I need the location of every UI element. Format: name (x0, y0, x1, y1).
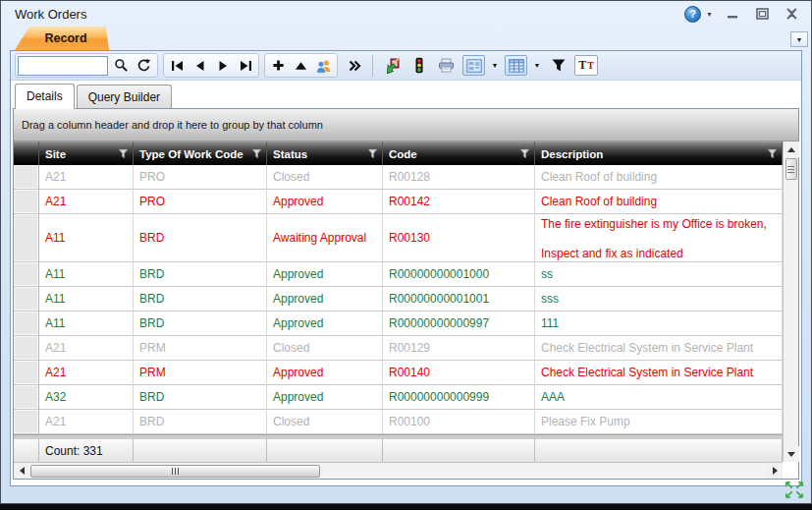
users-icon[interactable] (312, 55, 335, 76)
grid-view-dropdown-icon[interactable]: ▼ (532, 55, 542, 76)
first-record-icon[interactable] (166, 55, 189, 76)
add-record-icon[interactable] (267, 55, 290, 76)
cell-code: R00000000001000 (383, 262, 535, 287)
table-row[interactable]: A11 BRD Awaiting Approval R00130 The fir… (14, 214, 783, 262)
footer-selector-cell (14, 438, 39, 462)
scroll-right-icon[interactable] (767, 463, 783, 479)
collapse-icon[interactable] (290, 55, 312, 76)
column-header-site[interactable]: Site (39, 142, 134, 165)
more-chevron-icon[interactable] (343, 55, 365, 76)
grid-footer: Count: 331 (14, 438, 783, 462)
resize-arrow-icon (785, 490, 793, 499)
filter-funnel-icon[interactable] (118, 148, 129, 161)
print-icon[interactable] (435, 55, 458, 76)
cell-status: Closed (267, 410, 383, 434)
tab-record[interactable]: Record (15, 27, 109, 50)
table-row[interactable]: A21 PRM Closed R00129 Check Electrical S… (14, 336, 783, 361)
cell-type-of-work-code: BRD (134, 410, 267, 434)
grid-header: Site Type Of Work Code Sta (14, 142, 783, 165)
row-selector-cell[interactable] (14, 190, 39, 214)
row-selector-cell[interactable] (14, 262, 39, 287)
cell-status: Awaiting Approval (267, 214, 383, 262)
filter-funnel-icon[interactable] (251, 148, 262, 161)
cell-type-of-work-code: PRO (134, 165, 267, 190)
cell-status: Approved (267, 312, 383, 336)
search-group (15, 53, 158, 78)
row-selector-cell[interactable] (14, 312, 39, 336)
footer-count: Count: 331 (39, 438, 134, 462)
table-row[interactable]: A32 BRD Approved R00000000000999 AAA (14, 385, 783, 410)
row-selector-cell[interactable] (14, 165, 39, 190)
export-icon[interactable] (380, 55, 403, 76)
row-selector-cell[interactable] (14, 214, 39, 262)
column-header-status[interactable]: Status (267, 142, 383, 165)
grid-body: A21 PRO Closed R00128 Clean Roof of buil… (14, 165, 783, 434)
group-by-panel[interactable]: Drag a column header and drop it here to… (14, 109, 798, 142)
filter-funnel-icon[interactable] (767, 148, 778, 161)
table-row[interactable]: A21 PRO Closed R00128 Clean Roof of buil… (14, 165, 783, 190)
cell-code: R00140 (383, 361, 535, 385)
close-button[interactable] (782, 6, 801, 22)
scroll-up-icon[interactable] (784, 142, 799, 157)
table-row[interactable]: A11 BRD Approved R00000000000997 111 (14, 312, 783, 336)
cell-site: A11 (39, 214, 134, 262)
next-record-icon[interactable] (211, 55, 234, 76)
app-window: Work Orders ? ▼ Record ▼ (0, 0, 812, 504)
cell-site: A11 (39, 262, 134, 287)
minimize-button[interactable] (723, 6, 742, 22)
vertical-scroll-thumb[interactable] (785, 158, 797, 180)
cell-site: A21 (39, 165, 134, 190)
cell-description: Check Electrical System in Service Plant (535, 361, 783, 385)
toolbar-options-dropdown[interactable]: ▼ (790, 31, 808, 47)
cell-site: A21 (39, 190, 134, 214)
table-row[interactable]: A11 BRD Approved R00000000001000 ss (14, 262, 783, 287)
row-selector-cell[interactable] (14, 361, 39, 385)
last-record-icon[interactable] (234, 55, 256, 76)
horizontal-scroll-thumb[interactable] (30, 465, 320, 478)
horizontal-scrollbar[interactable] (14, 462, 783, 479)
filter-funnel-icon[interactable] (367, 148, 378, 161)
tab-details[interactable]: Details (15, 84, 75, 109)
form-view-icon[interactable] (462, 55, 485, 76)
vertical-scrollbar[interactable] (783, 142, 798, 462)
column-header-code[interactable]: Code (383, 142, 535, 165)
cell-code: R00000000000997 (383, 312, 535, 336)
cell-status: Approved (267, 385, 383, 410)
cell-description: Please Fix Pump (535, 410, 783, 434)
help-icon[interactable]: ? (684, 6, 701, 23)
scroll-down-icon[interactable] (784, 446, 799, 462)
search-input[interactable] (18, 56, 108, 76)
cell-code: R00000000001001 (383, 287, 535, 312)
table-row[interactable]: A21 PRO Approved R00142 Clean Roof of bu… (14, 190, 783, 214)
title-bar[interactable]: Work Orders ? ▼ (1, 1, 811, 27)
help-dropdown-icon[interactable]: ▼ (706, 11, 713, 18)
cell-description: sss (535, 287, 783, 312)
filter-funnel-icon[interactable] (519, 148, 530, 161)
column-header-type-of-work-code[interactable]: Type Of Work Code (134, 142, 267, 165)
row-selector-cell[interactable] (14, 336, 39, 361)
font-style-icon[interactable]: TT (574, 55, 598, 76)
search-icon[interactable] (110, 55, 133, 76)
scroll-left-icon[interactable] (14, 463, 29, 479)
cell-status: Approved (267, 361, 383, 385)
traffic-light-icon[interactable] (407, 55, 430, 76)
refresh-icon[interactable] (133, 55, 155, 76)
row-selector-cell[interactable] (14, 410, 39, 434)
table-row[interactable]: A21 PRM Approved R00140 Check Electrical… (14, 361, 783, 385)
row-selector-cell[interactable] (14, 385, 39, 410)
cell-description: AAA (535, 385, 783, 410)
form-view-dropdown-icon[interactable]: ▼ (490, 55, 500, 76)
filter-funnel-icon[interactable] (547, 55, 569, 76)
table-row[interactable]: A11 BRD Approved R00000000001001 sss (14, 287, 783, 312)
tab-query-builder[interactable]: Query Builder (77, 85, 172, 108)
footer-cell (383, 438, 535, 462)
cell-code: R00128 (383, 165, 535, 190)
grid-view-icon[interactable] (505, 55, 527, 76)
cell-status: Closed (267, 336, 383, 361)
resize-grip[interactable] (785, 481, 806, 500)
row-selector-cell[interactable] (14, 287, 39, 312)
maximize-button[interactable] (752, 6, 772, 22)
column-header-description[interactable]: Description (535, 142, 783, 165)
table-row[interactable]: A21 BRD Closed R00100 Please Fix Pump (14, 410, 783, 434)
previous-record-icon[interactable] (189, 55, 211, 76)
